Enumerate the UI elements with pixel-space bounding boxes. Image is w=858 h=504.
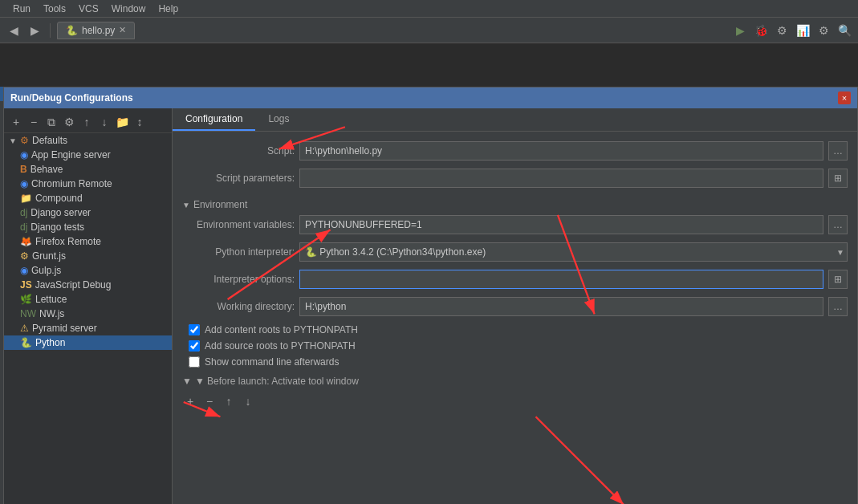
tree-copy-btn[interactable]: ⧉ [44, 115, 59, 129]
tree-appengine[interactable]: ◉ App Engine server [4, 148, 172, 162]
script-params-input[interactable] [299, 169, 823, 188]
tree-sort-btn[interactable]: ↕ [132, 115, 147, 129]
dialog-body: + − ⧉ ⚙ ↑ ↓ 📁 ↕ ▼ ⚙ Defaults ◉ A [4, 108, 857, 504]
tree-django-tests[interactable]: dj Django tests [4, 220, 172, 234]
script-params-label: Script parameters: [182, 173, 295, 184]
working-dir-browse-btn[interactable]: … [828, 297, 848, 316]
env-vars-row: Environment variables: … [182, 215, 848, 234]
defaults-expand-icon: ▼ [9, 136, 17, 145]
tree-folder-btn[interactable]: 📁 [115, 115, 129, 129]
dj-tests-icon: dj [20, 222, 27, 233]
appengine-icon: ◉ [20, 149, 28, 161]
python-interp-label: Python interpreter: [182, 246, 295, 258]
working-dir-input[interactable] [299, 297, 823, 316]
before-launch-remove-btn[interactable]: − [201, 393, 218, 409]
chromium-icon: ◉ [20, 178, 28, 189]
config-content: Configuration Logs Script: … Script para… [173, 108, 857, 504]
tree-django-server[interactable]: dj Django server [4, 205, 172, 220]
pyramid-icon: ⚠ [20, 323, 29, 334]
dialog-close-button[interactable]: × [838, 91, 851, 104]
script-row: Script: … [182, 141, 848, 161]
env-arrow-icon: ▼ [182, 201, 190, 209]
checkbox1-row: Add content roots to PYTHONPATH [182, 324, 848, 335]
checkbox2-label: Add source roots to PYTHONPATH [205, 340, 356, 352]
before-launch-down-btn[interactable]: ↓ [240, 393, 256, 409]
defaults-label: Defaults [32, 135, 67, 146]
tree-gruntjs[interactable]: ⚙ Grunt.js [4, 249, 172, 263]
dj-server-icon: dj [20, 207, 27, 218]
env-vars-browse-btn[interactable]: … [828, 215, 848, 234]
checkbox2[interactable] [189, 340, 200, 352]
defaults-icon: ⚙ [20, 135, 29, 146]
toolbar-search[interactable]: 🔍 [836, 22, 853, 39]
script-label: Script: [182, 145, 295, 156]
before-launch-section: ▼ ▼ Before launch: Activate tool window … [182, 376, 848, 411]
tree-python[interactable]: 🐍 Python [4, 335, 172, 350]
tree-nwjs[interactable]: NW NW.js [4, 307, 172, 321]
tree-remove-btn[interactable]: − [26, 115, 41, 129]
before-launch-toolbar: + − ↑ ↓ [182, 392, 848, 411]
tree-down-btn[interactable]: ↓ [97, 115, 112, 129]
gulp-icon: ◉ [20, 265, 28, 276]
run-debug-dialog: Run/Debug Configurations × + − ⧉ ⚙ ↑ ↓ 📁… [3, 87, 858, 504]
menu-tools[interactable]: Tools [37, 2, 72, 16]
config-tabs: Configuration Logs [173, 108, 857, 132]
tree-firefox[interactable]: 🦊 Firefox Remote [4, 234, 172, 249]
toolbar-profile[interactable]: 📊 [794, 22, 811, 39]
tree-lettuce[interactable]: 🌿 Lettuce [4, 292, 172, 307]
before-launch-header[interactable]: ▼ ▼ Before launch: Activate tool window [182, 376, 848, 387]
interp-options-browse-btn[interactable]: ⊞ [828, 270, 848, 289]
menu-help[interactable]: Help [152, 2, 185, 16]
python-interp-select[interactable]: 🐍 Python 3.4.2 (C:\Python34\python.exe) [299, 242, 848, 262]
menubar: Run Tools VCS Window Help [0, 0, 858, 18]
script-browse-btn[interactable]: … [828, 141, 848, 161]
tree-settings-btn[interactable]: ⚙ [62, 115, 76, 129]
tab-logs[interactable]: Logs [255, 108, 302, 131]
tab-configuration[interactable]: Configuration [173, 108, 255, 131]
checkbox1[interactable] [189, 324, 200, 335]
tree-toolbar: + − ⧉ ⚙ ↑ ↓ 📁 ↕ [4, 112, 172, 133]
toolbar-fwd[interactable]: ▶ [26, 22, 43, 39]
dialog-title: Run/Debug Configurations [10, 92, 133, 104]
env-section-header[interactable]: ▼ Environment [182, 196, 848, 215]
script-input[interactable] [299, 141, 823, 161]
toolbar-settings[interactable]: ⚙ [815, 22, 832, 39]
defaults-group[interactable]: ▼ ⚙ Defaults [4, 133, 172, 148]
toolbar-back[interactable]: ◀ [5, 22, 22, 39]
interp-options-input[interactable] [299, 270, 823, 289]
tab-close-icon[interactable]: ✕ [119, 25, 126, 35]
tree-behave[interactable]: B Behave [4, 162, 172, 177]
menu-run[interactable]: Run [6, 2, 37, 16]
toolbar-debug[interactable]: 🐞 [752, 22, 770, 39]
editor-tab-hello[interactable]: 🐍 hello.py ✕ [57, 22, 135, 39]
firefox-icon: 🦊 [20, 236, 32, 247]
menu-vcs[interactable]: VCS [72, 2, 105, 16]
toolbar-coverage[interactable]: ⚙ [773, 22, 791, 39]
before-launch-up-btn[interactable]: ↑ [221, 393, 237, 409]
python-interp-select-wrap: 🐍 Python 3.4.2 (C:\Python34\python.exe) … [299, 242, 848, 262]
env-section-label: Environment [193, 199, 247, 210]
toolbar-run[interactable]: ▶ [731, 22, 749, 39]
working-dir-row: Working directory: … [182, 297, 848, 316]
js-icon: JS [20, 279, 32, 291]
before-launch-label: ▼ Before launch: Activate tool window [195, 376, 359, 387]
tree-chromium[interactable]: ◉ Chromium Remote [4, 177, 172, 191]
checkbox3[interactable] [189, 356, 200, 368]
checkbox2-row: Add source roots to PYTHONPATH [182, 340, 848, 352]
behave-icon: B [20, 164, 27, 175]
working-dir-label: Working directory: [182, 301, 295, 312]
tree-up-btn[interactable]: ↑ [79, 115, 94, 129]
tree-gulpjs[interactable]: ◉ Gulp.js [4, 263, 172, 278]
tree-jsdebug[interactable]: JS JavaScript Debug [4, 278, 172, 292]
menu-window[interactable]: Window [105, 2, 152, 16]
checkbox3-row: Show command line afterwards [182, 356, 848, 368]
before-launch-add-btn[interactable]: + [182, 393, 198, 409]
tree-compound[interactable]: 📁 Compound [4, 191, 172, 205]
env-vars-input[interactable] [299, 215, 823, 234]
config-form: Script: … Script parameters: ⊞ ▼ Environ… [173, 132, 857, 504]
script-params-browse-btn[interactable]: ⊞ [828, 169, 848, 188]
before-launch-arrow-icon: ▼ [182, 376, 192, 387]
config-tree: + − ⧉ ⚙ ↑ ↓ 📁 ↕ ▼ ⚙ Defaults ◉ A [4, 108, 173, 504]
tree-add-btn[interactable]: + [9, 115, 23, 129]
tree-pyramid[interactable]: ⚠ Pyramid server [4, 321, 172, 335]
